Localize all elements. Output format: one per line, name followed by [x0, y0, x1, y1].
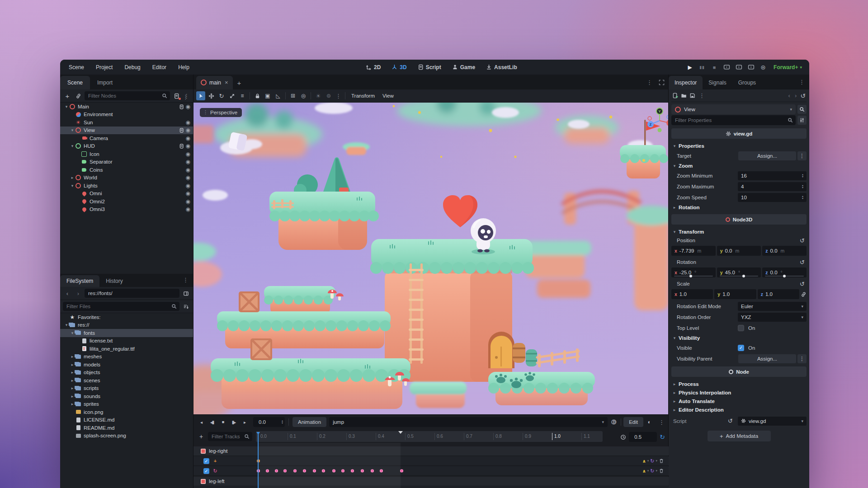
dock-tab[interactable]: FileSystem — [60, 275, 99, 287]
revert-rotation-icon[interactable]: ↺ — [800, 259, 807, 266]
save-resource-icon[interactable] — [689, 93, 695, 99]
file-tree-row[interactable]: objects — [60, 369, 193, 377]
workspace-tab[interactable]: 3D — [388, 62, 410, 72]
list-select-button[interactable]: ≡ — [238, 91, 247, 100]
filter-nodes-field[interactable] — [85, 91, 170, 100]
collapsed-section[interactable]: Editor Description — [671, 405, 807, 414]
anim-time-field[interactable]: ▴▾ — [253, 417, 285, 427]
filter-properties-input[interactable] — [674, 117, 786, 123]
keyframe[interactable] — [351, 469, 354, 473]
keyframe[interactable] — [322, 469, 325, 473]
preview-environment-icon[interactable]: ⊚ — [324, 91, 333, 100]
anim-play-backwards-end-icon[interactable]: ◂ — [196, 417, 206, 427]
position-x-field[interactable]: x-7.739m — [671, 246, 716, 256]
ruler-mode-button[interactable]: ◺ — [274, 91, 283, 100]
revert-script-icon[interactable]: ↺ — [728, 418, 735, 424]
keyframe[interactable] — [293, 469, 297, 473]
file-tree-row[interactable]: res:// — [60, 321, 193, 329]
snap-step-field[interactable] — [629, 432, 657, 442]
scale-z-field[interactable]: z1.0 — [758, 289, 799, 299]
scene-tree-row[interactable]: HUD ◉ — [60, 142, 193, 150]
anim-menu-icon[interactable]: ⋮ — [655, 419, 668, 426]
history-forward-icon[interactable]: › — [794, 92, 797, 99]
file-tree-row[interactable]: LICENSE.md — [60, 416, 193, 424]
autoplay-on-load-icon[interactable]: Ⓓ — [609, 417, 618, 427]
keyframe[interactable] — [303, 469, 306, 473]
stop-button[interactable]: ■ — [710, 63, 719, 72]
close-icon[interactable]: × — [225, 79, 228, 86]
file-tree-row[interactable]: icon.png — [60, 408, 193, 416]
dock-tab[interactable]: Inspector — [669, 76, 703, 89]
visibility-toggle-icon[interactable]: ◉ — [186, 167, 190, 173]
attach-script-button[interactable] — [172, 91, 181, 100]
visible-checkbox[interactable]: ✓ — [738, 345, 744, 351]
scale-link-icon[interactable] — [801, 291, 807, 297]
preview-menu-icon[interactable]: ⋮ — [335, 93, 342, 99]
filter-tracks-field[interactable] — [208, 432, 252, 441]
target-assign-button[interactable]: Assign... — [738, 151, 796, 160]
workspace-tab[interactable]: Script — [414, 62, 445, 72]
section-transform[interactable]: Transform — [671, 227, 807, 236]
revert-scale-icon[interactable]: ↺ — [800, 281, 807, 287]
viewport-3d[interactable]: ⋮ Perspective Y X Z — [193, 103, 669, 414]
scene-tree-row[interactable]: Main ◉ — [60, 103, 193, 111]
file-tree-row[interactable]: meshes — [60, 353, 193, 361]
track-enabled-checkbox[interactable]: ✓ — [203, 458, 209, 464]
scene-tree-row[interactable]: Environment ◉ — [60, 111, 193, 119]
scene-tree-row[interactable]: Icon ◉ — [60, 150, 193, 158]
file-tree-row[interactable]: scenes — [60, 376, 193, 385]
movie-maker-icon[interactable]: ⊛ — [759, 63, 768, 72]
workspace-tab[interactable]: Game — [448, 62, 479, 72]
file-tree-row[interactable]: README.md — [60, 424, 193, 432]
instantiate-scene-button[interactable] — [74, 91, 83, 100]
scene-tree-row[interactable]: Lights ◉ — [60, 182, 193, 190]
resource-menu-icon[interactable]: ⋮ — [698, 92, 706, 99]
view-menu[interactable]: View — [379, 92, 397, 100]
path-bar[interactable] — [85, 289, 179, 298]
visibility-toggle-icon[interactable]: ◉ — [186, 206, 190, 212]
loop-toggle-icon[interactable]: ↻ — [660, 433, 665, 441]
revert-position-icon[interactable]: ↺ — [800, 237, 807, 244]
animation-name-dropdown[interactable]: jump ▾ — [329, 417, 608, 427]
property-tools-icon[interactable] — [797, 116, 807, 125]
visibility-toggle-icon[interactable]: ◉ — [186, 183, 190, 189]
sort-files-icon[interactable] — [181, 302, 190, 311]
play-custom-scene-button[interactable] — [746, 63, 755, 72]
open-docs-icon[interactable] — [797, 105, 807, 114]
move-mode-button[interactable] — [207, 91, 216, 100]
toggle-split-mode-icon[interactable] — [181, 289, 190, 298]
dock-tab[interactable]: Scene — [60, 76, 90, 89]
scene-tree-row[interactable]: Coins ◉ — [60, 166, 193, 174]
rotation-slider-y[interactable]: y45.0° — [717, 267, 761, 277]
scene-tree-row[interactable]: World ◉ — [60, 174, 193, 182]
keyframe[interactable] — [266, 469, 269, 473]
distraction-free-icon[interactable] — [657, 78, 666, 87]
expand-arrow-icon[interactable] — [70, 378, 75, 383]
filter-files-input[interactable] — [66, 303, 170, 310]
visibility-toggle-icon[interactable]: ◉ — [186, 127, 190, 133]
snap-toggle-button[interactable]: ⊞ — [288, 91, 297, 100]
group-selected-button[interactable]: ▣ — [263, 91, 272, 100]
delete-track-icon[interactable] — [659, 468, 664, 474]
expand-arrow-icon[interactable] — [70, 331, 75, 335]
load-resource-icon[interactable] — [681, 93, 687, 99]
scene-tree-row[interactable]: Omni2 ◉ — [60, 197, 193, 206]
path-input[interactable] — [87, 290, 177, 296]
keyframe[interactable] — [400, 469, 403, 473]
keyframe[interactable] — [283, 469, 287, 473]
expand-arrow-icon[interactable] — [70, 362, 75, 367]
spinner-icon[interactable]: ▴▾ — [282, 420, 283, 424]
select-mode-button[interactable] — [196, 91, 205, 100]
snap-step-input[interactable] — [633, 434, 647, 440]
scene-tree-row[interactable]: Omni ◉ — [60, 190, 193, 198]
anim-time-input[interactable] — [258, 419, 273, 425]
anim-play-backwards-icon[interactable]: ◂▮ — [207, 417, 217, 427]
add-track-button[interactable]: + — [196, 432, 206, 441]
zoom-maximum-field[interactable]: 4▴▾ — [738, 182, 807, 191]
scale-mode-button[interactable] — [227, 91, 236, 100]
node-section-banner[interactable]: Node — [671, 366, 807, 377]
nav-forward-icon[interactable]: › — [74, 289, 83, 298]
play-button[interactable]: ▶ — [685, 63, 694, 72]
anim-stop-icon[interactable]: ■ — [218, 417, 228, 427]
collapsed-section[interactable]: Auto Translate — [671, 397, 807, 405]
